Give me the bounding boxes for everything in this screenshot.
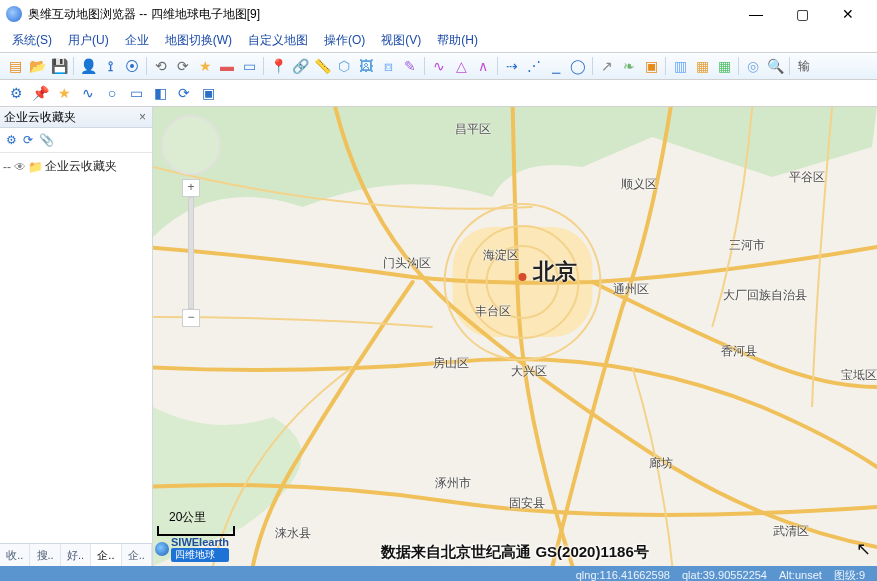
status-bar: qlng:116.41662598 qlat:39.90552254 Alt:u… [0, 566, 877, 581]
sidebar-refresh-icon[interactable]: ⟳ [23, 133, 33, 147]
pin-icon[interactable]: 📍 [268, 56, 288, 76]
line-up-icon[interactable]: ↗ [597, 56, 617, 76]
menu-system[interactable]: 系统(S) [6, 30, 58, 51]
menu-view[interactable]: 视图(V) [375, 30, 427, 51]
globe-2d-icon[interactable]: ⟟ [100, 56, 120, 76]
map-label-district: 平谷区 [789, 169, 825, 186]
small-path-icon[interactable]: ∿ [77, 83, 99, 103]
status-alt: Alt:unset [773, 569, 828, 581]
grid2-icon[interactable]: ▦ [714, 56, 734, 76]
hexagon-icon[interactable]: ⬡ [334, 56, 354, 76]
map-label-district: 昌平区 [455, 121, 491, 138]
menu-enterprise[interactable]: 企业 [119, 30, 155, 51]
menu-operate[interactable]: 操作(O) [318, 30, 371, 51]
layers-icon[interactable]: ▣ [197, 83, 219, 103]
circle-icon[interactable]: ◯ [568, 56, 588, 76]
zoom-in-button[interactable]: + [182, 179, 200, 197]
segment-icon[interactable]: ⎯ [546, 56, 566, 76]
compass-control[interactable] [161, 115, 221, 175]
separator [738, 57, 739, 75]
tree-toggle-icon[interactable]: -- [2, 160, 12, 174]
user-icon[interactable]: 👤 [78, 56, 98, 76]
menu-help[interactable]: 帮助(H) [431, 30, 484, 51]
photo-icon[interactable]: 🖼 [356, 56, 376, 76]
svg-point-5 [518, 273, 526, 281]
route-icon[interactable]: ⇢ [502, 56, 522, 76]
save-icon[interactable]: 💾 [49, 56, 69, 76]
titlebar: 奥维互动地图浏览器 -- 四维地球电子地图[9] — ▢ ✕ [0, 0, 877, 28]
text-input-button[interactable]: 输 [794, 56, 814, 76]
triangle-icon[interactable]: △ [451, 56, 471, 76]
select-rect-icon[interactable]: ▭ [239, 56, 259, 76]
app-logo-icon [6, 6, 22, 22]
grid-icon[interactable]: ▦ [692, 56, 712, 76]
map-label-district: 大兴区 [511, 363, 547, 380]
split-icon[interactable]: ◧ [149, 83, 171, 103]
separator [497, 57, 498, 75]
link-icon[interactable]: 🔗 [290, 56, 310, 76]
side-tab-4[interactable]: 企.. [122, 544, 152, 566]
map-label-district: 固安县 [509, 495, 545, 512]
new-file-icon[interactable]: ▤ [5, 56, 25, 76]
sign-icon[interactable]: ▣ [641, 56, 661, 76]
brand-text-cn: 四维地球 [171, 548, 229, 562]
eye-icon[interactable]: 👁 [14, 160, 26, 174]
tree-root-item[interactable]: -- 👁 📁 企业云收藏夹 [2, 157, 150, 176]
separator [592, 57, 593, 75]
map-viewport[interactable]: 昌平区顺义区平谷区海淀区门头沟区通州区三河市大厂回族自治县丰台区房山区大兴区香河… [153, 107, 877, 566]
scale-bar-graphic [157, 526, 235, 536]
menu-mapswitch[interactable]: 地图切换(W) [159, 30, 238, 51]
map-label-district: 大厂回族自治县 [723, 287, 807, 304]
close-button[interactable]: ✕ [825, 0, 871, 28]
star-fav-icon[interactable]: ★ [195, 56, 215, 76]
small-square-icon[interactable]: ▭ [125, 83, 147, 103]
sidebar-gear-icon[interactable]: ⚙ [6, 133, 17, 147]
target-icon[interactable]: ◎ [743, 56, 763, 76]
search-icon[interactable]: 🔍 [765, 56, 785, 76]
columns-icon[interactable]: ▥ [670, 56, 690, 76]
ruler-icon[interactable]: 📏 [312, 56, 332, 76]
redo-region-icon[interactable]: ⟳ [173, 56, 193, 76]
sidebar-attach-icon[interactable]: 📎 [39, 133, 54, 147]
map-label-center: 北京 [533, 257, 577, 287]
separator [263, 57, 264, 75]
map-label-district: 三河市 [729, 237, 765, 254]
minimize-button[interactable]: — [733, 0, 779, 28]
wand-icon[interactable]: ✎ [400, 56, 420, 76]
map-label-district: 香河县 [721, 343, 757, 360]
side-tab-2[interactable]: 好.. [61, 544, 91, 566]
open-folder-icon[interactable]: 📂 [27, 56, 47, 76]
path-icon[interactable]: ∿ [429, 56, 449, 76]
delete-icon[interactable]: ▬ [217, 56, 237, 76]
side-tab-1[interactable]: 搜.. [30, 544, 60, 566]
toolbar-main: ▤ 📂 💾 👤 ⟟ ⦿ ⟲ ⟳ ★ ▬ ▭ 📍 🔗 📏 ⬡ 🖼 ⧈ ✎ ∿ △ … [0, 53, 877, 80]
window-title: 奥维互动地图浏览器 -- 四维地球电子地图[9] [28, 6, 733, 23]
sidebar-close-button[interactable]: × [137, 110, 148, 124]
pushpin-icon[interactable]: 📌 [29, 83, 51, 103]
maximize-button[interactable]: ▢ [779, 0, 825, 28]
separator [665, 57, 666, 75]
undo-region-icon[interactable]: ⟲ [151, 56, 171, 76]
side-tab-0[interactable]: 收.. [0, 544, 30, 566]
menu-custommap[interactable]: 自定义地图 [242, 30, 314, 51]
separator [789, 57, 790, 75]
side-tab-3[interactable]: 企.. [91, 544, 121, 566]
sidebar-tree: -- 👁 📁 企业云收藏夹 [0, 153, 152, 543]
small-star-icon[interactable]: ★ [53, 83, 75, 103]
small-circle-icon[interactable]: ○ [101, 83, 123, 103]
map-brand: SIWEIearth 四维地球 [155, 536, 229, 562]
globe-3d-icon[interactable]: ⦿ [122, 56, 142, 76]
cube-icon[interactable]: ⧈ [378, 56, 398, 76]
menu-user[interactable]: 用户(U) [62, 30, 115, 51]
status-zoom: 图级:9 [828, 568, 871, 582]
nodes-icon[interactable]: ⋰ [524, 56, 544, 76]
angle-icon[interactable]: ∧ [473, 56, 493, 76]
refresh-icon[interactable]: ⟳ [173, 83, 195, 103]
gear-icon[interactable]: ⚙ [5, 83, 27, 103]
leaf-icon[interactable]: ❧ [619, 56, 639, 76]
zoom-slider[interactable] [188, 197, 194, 309]
zoom-out-button[interactable]: − [182, 309, 200, 327]
folder-icon: 📁 [28, 160, 43, 174]
map-label-district: 涿州市 [435, 475, 471, 492]
brand-logo-icon [155, 542, 169, 556]
